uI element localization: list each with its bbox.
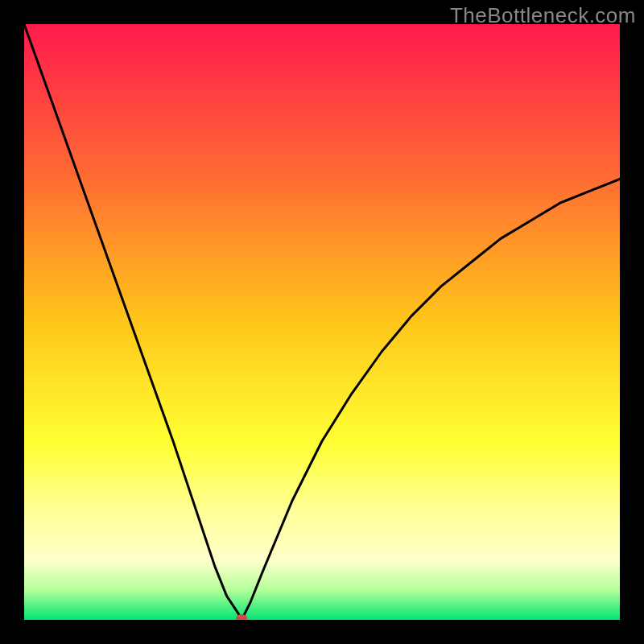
plot-area	[24, 24, 620, 620]
chart-frame: TheBottleneck.com	[0, 0, 644, 644]
plot-svg	[24, 24, 620, 620]
watermark-text: TheBottleneck.com	[450, 3, 636, 28]
gradient-background	[24, 24, 620, 620]
